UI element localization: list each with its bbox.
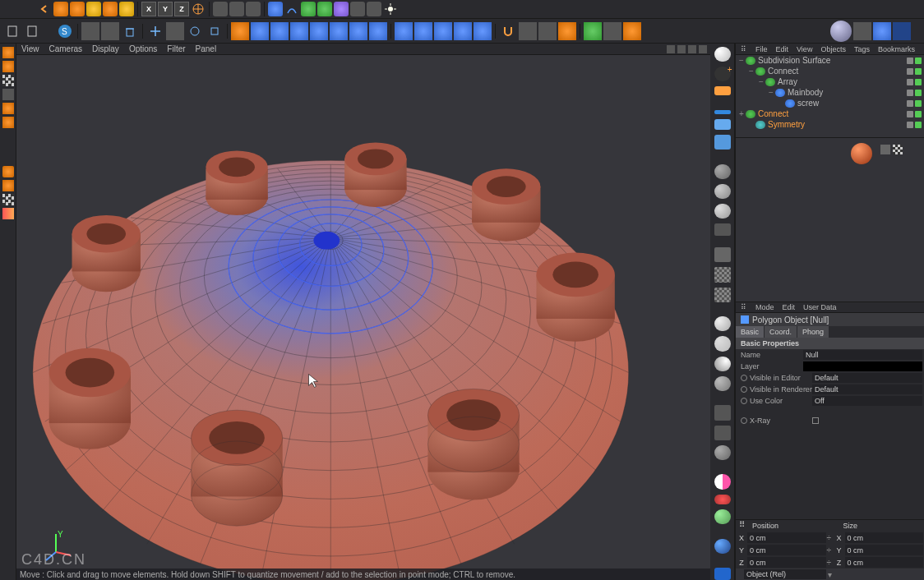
rotate-tool-icon[interactable] bbox=[103, 2, 118, 16]
visibility-tag-icon[interactable] bbox=[907, 100, 913, 107]
render-settings-icon[interactable] bbox=[246, 2, 261, 16]
visibility-tag-icon[interactable] bbox=[907, 68, 913, 75]
tree-expand-icon[interactable]: − bbox=[769, 88, 775, 97]
trash-icon[interactable] bbox=[121, 22, 139, 40]
lips-icon[interactable] bbox=[714, 495, 731, 505]
om-edit[interactable]: Edit bbox=[776, 45, 789, 53]
enable-tag-icon[interactable] bbox=[915, 90, 922, 96]
arrow-left-icon[interactable] bbox=[714, 568, 731, 580]
viewport-rotate-icon[interactable] bbox=[688, 45, 696, 53]
sphere-7-icon[interactable] bbox=[714, 445, 731, 460]
enable-snap-icon[interactable] bbox=[2, 180, 14, 191]
visibility-tag-icon[interactable] bbox=[907, 58, 913, 64]
eraser-icon[interactable] bbox=[714, 119, 731, 130]
ao-icon[interactable] bbox=[853, 22, 871, 40]
layers-icon[interactable] bbox=[101, 22, 119, 40]
add-light-icon[interactable]: + bbox=[714, 67, 731, 81]
line-cut-icon[interactable] bbox=[474, 22, 492, 40]
tag-phong-icon[interactable] bbox=[880, 145, 890, 154]
axis-z-button[interactable]: Z bbox=[174, 2, 189, 16]
om-file[interactable]: File bbox=[755, 45, 768, 53]
world-icon[interactable] bbox=[191, 2, 206, 16]
axis-y-button[interactable]: Y bbox=[158, 2, 173, 16]
tree-item[interactable]: screw bbox=[736, 98, 924, 108]
om-bookmarks[interactable]: Bookmarks bbox=[878, 45, 915, 53]
menu-cameras[interactable]: Cameras bbox=[49, 44, 83, 53]
sphere-6-icon[interactable] bbox=[714, 376, 731, 391]
light-sphere-icon[interactable] bbox=[714, 47, 731, 62]
prop-usecolor-value[interactable]: Off bbox=[812, 396, 922, 406]
tree-item[interactable]: −Subdivision Surface bbox=[736, 55, 924, 66]
tab-coord[interactable]: Coord. bbox=[765, 326, 797, 338]
bevel-icon[interactable] bbox=[231, 22, 249, 40]
window-icon[interactable] bbox=[603, 22, 621, 40]
generator-icon[interactable] bbox=[301, 2, 316, 16]
material-preview-icon[interactable] bbox=[830, 21, 852, 42]
xray-checkbox[interactable] bbox=[812, 417, 819, 424]
gi-icon[interactable] bbox=[873, 22, 891, 40]
tag-uv-icon[interactable] bbox=[893, 145, 903, 154]
half-sphere-pink-icon[interactable] bbox=[714, 474, 731, 489]
tree-item[interactable]: +Connect bbox=[736, 108, 924, 119]
tree-expand-icon[interactable]: + bbox=[739, 109, 746, 118]
om-view[interactable]: View bbox=[797, 45, 812, 53]
doc2-icon[interactable] bbox=[23, 22, 41, 40]
bridge-icon[interactable] bbox=[395, 22, 413, 40]
checker-tool-icon[interactable] bbox=[714, 267, 731, 282]
attr-edit[interactable]: Edit bbox=[783, 303, 796, 311]
magnet-icon[interactable] bbox=[499, 22, 517, 40]
size-x-value[interactable]: 0 cm bbox=[845, 532, 924, 543]
model-mode-icon[interactable] bbox=[2, 47, 14, 58]
viewport-toggle-icon[interactable] bbox=[699, 45, 707, 53]
enable-tag-icon[interactable] bbox=[915, 100, 922, 107]
normal-move-icon[interactable] bbox=[330, 22, 348, 40]
play-sphere-icon[interactable] bbox=[714, 539, 731, 554]
normal-scale-icon[interactable] bbox=[349, 22, 367, 40]
caustics-icon[interactable] bbox=[893, 22, 911, 40]
checker-tool-2-icon[interactable] bbox=[714, 288, 731, 302]
brush-icon[interactable] bbox=[714, 135, 731, 150]
camera-icon[interactable] bbox=[367, 2, 381, 16]
pos-z-value[interactable]: 0 cm bbox=[747, 557, 826, 568]
axis-x-button[interactable]: X bbox=[141, 2, 156, 16]
clone-icon[interactable] bbox=[166, 22, 184, 40]
sphere-mat-1-icon[interactable] bbox=[714, 164, 731, 179]
menu-panel[interactable]: Panel bbox=[196, 44, 217, 53]
tree-expand-icon[interactable]: − bbox=[759, 77, 765, 86]
grid2-icon[interactable] bbox=[538, 22, 557, 40]
grid-icon[interactable] bbox=[350, 2, 365, 16]
sync-icon[interactable]: S bbox=[56, 22, 74, 40]
target-icon[interactable] bbox=[714, 336, 731, 351]
recycle-icon[interactable] bbox=[584, 22, 602, 40]
tree-item[interactable]: Symmetry bbox=[736, 119, 924, 130]
array-icon[interactable] bbox=[317, 2, 332, 16]
visibility-tag-icon[interactable] bbox=[907, 111, 913, 117]
visrender-radio[interactable] bbox=[741, 386, 747, 393]
tree-expand-icon[interactable]: − bbox=[739, 56, 746, 65]
enable-tag-icon[interactable] bbox=[915, 79, 922, 85]
prop-viseditor-value[interactable]: Default bbox=[812, 373, 922, 383]
sphere-mat-3-icon[interactable] bbox=[714, 204, 731, 219]
om-objects[interactable]: Objects bbox=[820, 45, 846, 53]
object-tree[interactable]: −Subdivision Surface−Connect−Array−Mainb… bbox=[736, 55, 924, 137]
enable-tag-icon[interactable] bbox=[915, 58, 922, 64]
move-tool-icon[interactable] bbox=[70, 2, 85, 16]
sphere-mat-2-icon[interactable] bbox=[714, 184, 731, 199]
prop-layer-value[interactable] bbox=[803, 361, 922, 371]
structure-icon[interactable] bbox=[714, 247, 731, 262]
workplane-icon[interactable] bbox=[2, 194, 14, 205]
trio-icon[interactable] bbox=[714, 405, 731, 420]
material-ball[interactable] bbox=[851, 143, 872, 164]
tree-item[interactable]: −Array bbox=[736, 76, 924, 87]
object-mode-icon[interactable] bbox=[2, 61, 14, 72]
sphere-5-icon[interactable] bbox=[714, 357, 731, 371]
pencil-icon[interactable] bbox=[714, 110, 731, 114]
tree-expand-icon[interactable]: − bbox=[749, 67, 755, 76]
stitch-icon[interactable] bbox=[434, 22, 452, 40]
visibility-tag-icon[interactable] bbox=[907, 79, 913, 85]
usecolor-radio[interactable] bbox=[741, 398, 747, 404]
menu-filter[interactable]: Filter bbox=[167, 44, 185, 53]
xray-radio[interactable] bbox=[741, 417, 747, 424]
gear-icon[interactable] bbox=[558, 22, 576, 40]
hex-icon[interactable] bbox=[714, 426, 731, 440]
